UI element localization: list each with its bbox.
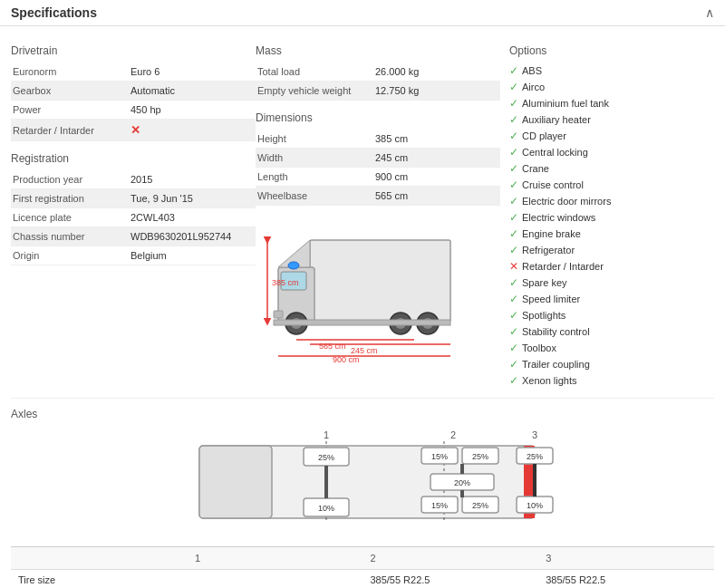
table-row: Height 385 cm xyxy=(256,130,500,149)
options-title: Options xyxy=(509,44,725,57)
check-icon: ✓ xyxy=(509,162,518,175)
option-label: Toolbox xyxy=(522,342,556,353)
svg-rect-32 xyxy=(324,466,328,498)
row-label: Wheelbase xyxy=(256,187,373,206)
list-item: ✓ Auxiliary heater xyxy=(509,111,725,128)
check-icon: ✓ xyxy=(509,211,518,224)
row-label: Licence plate xyxy=(11,208,129,227)
drivetrain-title: Drivetrain xyxy=(11,44,256,57)
panel-title: Specifications xyxy=(11,5,97,20)
option-label: Airco xyxy=(522,82,545,92)
row-label: Width xyxy=(256,149,373,168)
specifications-panel: Specifications ∧ Drivetrain Euronorm Eur… xyxy=(0,0,725,588)
row-label: Length xyxy=(256,168,373,187)
row-value: 565 cm xyxy=(373,187,500,206)
check-icon: ✓ xyxy=(509,358,518,371)
svg-text:2: 2 xyxy=(450,429,456,440)
row-value-1 xyxy=(188,570,362,589)
col-header-2: 2 xyxy=(362,547,538,570)
option-label: ABS xyxy=(522,65,542,76)
svg-text:25%: 25% xyxy=(472,452,488,461)
row-value: Belgium xyxy=(129,246,256,265)
col-drivetrain-registration: Drivetrain Euronorm Euro 6 Gearbox Autom… xyxy=(11,35,256,389)
option-label: Speed limiter xyxy=(522,294,580,304)
col-options: Options ✓ ABS ✓ Airco ✓ Aluminium fuel t… xyxy=(500,35,725,389)
check-icon: ✓ xyxy=(509,244,518,256)
table-row: Power 450 hp xyxy=(11,101,256,120)
row-value: 26.000 kg xyxy=(373,63,500,82)
options-list: ✓ ABS ✓ Airco ✓ Aluminium fuel tank ✓ Au… xyxy=(509,63,725,389)
axle-svg: 1 2 3 xyxy=(145,428,580,536)
check-icon: ✓ xyxy=(509,178,518,191)
option-label: Trailer coupling xyxy=(522,359,590,370)
check-icon: ✓ xyxy=(509,113,518,126)
check-icon: ✓ xyxy=(509,293,518,305)
registration-table: Production year 2015 First registration … xyxy=(11,170,256,265)
collapse-button[interactable]: ∧ xyxy=(705,5,714,20)
row-label: Gearbox xyxy=(11,82,129,101)
row-value: 245 cm xyxy=(373,149,500,168)
row-value: Euro 6 xyxy=(129,63,256,82)
check-icon: ✓ xyxy=(509,195,518,207)
svg-rect-25 xyxy=(199,446,272,518)
option-label: Aluminium fuel tank xyxy=(522,98,609,109)
svg-text:10%: 10% xyxy=(318,504,334,513)
list-item: ✓ ABS xyxy=(509,63,725,79)
svg-rect-4 xyxy=(274,311,283,318)
table-row: Licence plate 2CWL403 xyxy=(11,208,256,227)
list-item: ✓ Stability control xyxy=(509,323,725,340)
registration-title: Registration xyxy=(11,152,256,165)
table-row: Gearbox Automatic xyxy=(11,82,256,101)
row-value: 385 cm xyxy=(373,130,500,149)
check-icon: ✓ xyxy=(509,309,518,322)
row-value: ✕ xyxy=(129,120,256,141)
option-label: Spotlights xyxy=(522,310,566,321)
option-label: Electric door mirrors xyxy=(522,196,611,207)
table-header-row: 1 2 3 xyxy=(11,547,714,570)
row-label: First registration xyxy=(11,189,129,208)
svg-rect-50 xyxy=(533,464,536,496)
col-header-label xyxy=(11,547,188,570)
no-icon: ✕ xyxy=(130,123,140,137)
check-icon: ✓ xyxy=(509,130,518,142)
check-icon: ✓ xyxy=(509,146,518,159)
row-label: Total load xyxy=(256,63,373,82)
axle-specs-table: 1 2 3 Tire size 385/55 R22.5 385/55 R22.… xyxy=(11,546,714,588)
row-value: 12.750 kg xyxy=(373,82,500,101)
svg-rect-11 xyxy=(274,320,450,325)
row-value: 2CWL403 xyxy=(129,208,256,227)
col-mass-dimensions: Mass Total load 26.000 kg Empty vehicle … xyxy=(256,35,500,389)
table-row: Wheelbase 565 cm xyxy=(256,187,500,206)
check-icon: ✓ xyxy=(509,325,518,338)
list-item: ✓ Trailer coupling xyxy=(509,356,725,372)
svg-text:385 cm: 385 cm xyxy=(272,278,299,287)
option-label: CD player xyxy=(522,130,566,141)
list-item: ✓ Spotlights xyxy=(509,307,725,323)
list-item: ✓ Refrigerator xyxy=(509,242,725,258)
svg-text:900 cm: 900 cm xyxy=(333,355,360,362)
list-item: ✓ Xenon lights xyxy=(509,372,725,389)
table-row: Width 245 cm xyxy=(256,149,500,168)
check-icon: ✓ xyxy=(509,276,518,289)
row-value: 450 hp xyxy=(129,101,256,120)
row-value-3: 385/55 R22.5 xyxy=(538,570,714,589)
mass-table: Total load 26.000 kg Empty vehicle weigh… xyxy=(256,63,500,101)
list-item: ✓ Electric door mirrors xyxy=(509,193,725,209)
option-label: Engine brake xyxy=(522,228,581,239)
no-icon: ✕ xyxy=(509,260,518,273)
row-label: Euronorm xyxy=(11,63,129,82)
row-value: Automatic xyxy=(129,82,256,101)
table-row: Chassis number WDB9630201L952744 xyxy=(11,227,256,246)
mass-title: Mass xyxy=(256,44,500,57)
axle-diagram: 1 2 3 xyxy=(145,428,580,539)
option-label: Stability control xyxy=(522,326,590,337)
option-label: Electric windows xyxy=(522,212,595,223)
col-header-3: 3 xyxy=(538,547,714,570)
dimensions-table: Height 385 cm Width 245 cm Length 900 cm… xyxy=(256,130,500,206)
list-item: ✓ Aluminium fuel tank xyxy=(509,95,725,111)
check-icon: ✓ xyxy=(509,374,518,387)
option-label: Cruise control xyxy=(522,179,584,190)
drivetrain-table: Euronorm Euro 6 Gearbox Automatic Power … xyxy=(11,63,256,141)
check-icon: ✓ xyxy=(509,97,518,110)
row-value-2: 385/55 R22.5 xyxy=(362,570,538,589)
